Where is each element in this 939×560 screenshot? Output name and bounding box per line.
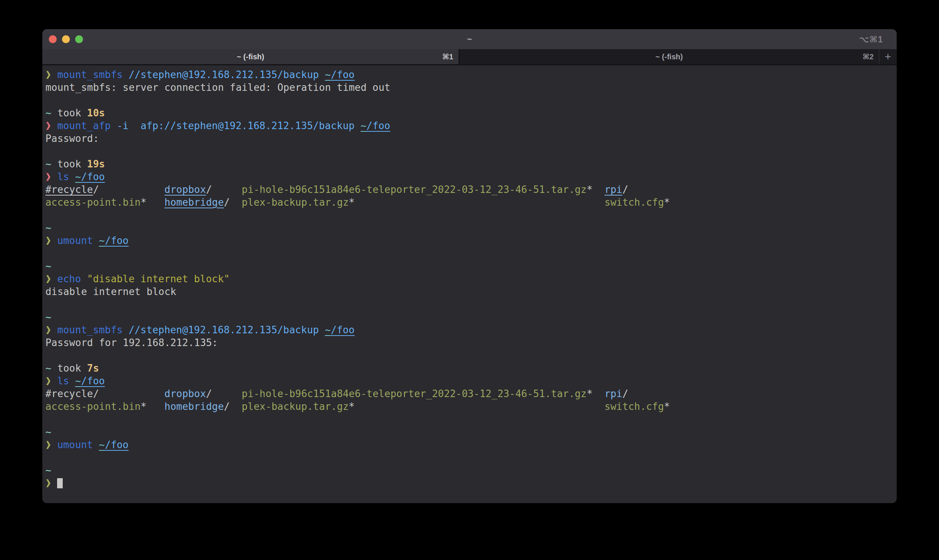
window-titlebar[interactable]: ~ ⌥⌘1 [42,29,897,49]
tab-1[interactable]: ~ (-fish) ⌘1 [42,49,459,64]
terminal-text: * [664,197,670,208]
terminal-line: ~ [45,311,897,323]
prompt-chevron-icon [46,237,50,245]
terminal-text [51,171,57,182]
prompt-chevron-icon [46,441,50,449]
terminal-cursor [57,478,63,488]
terminal-text: afp://stephen@192.168.212.135/backup [140,120,355,131]
terminal-text: / [224,401,230,412]
terminal-text: /foo [331,69,355,80]
terminal-line [45,209,897,222]
terminal-text [93,439,99,451]
terminal-text [93,235,99,246]
terminal-text: ~ [45,260,51,272]
terminal-text: / [206,388,212,399]
terminal-text: rpi [604,388,622,399]
terminal-text: / [93,388,99,399]
terminal-text [212,388,242,399]
terminal-line: Password: [45,132,897,145]
prompt-chevron-icon [46,71,50,79]
terminal-text [99,184,165,195]
terminal-text: * [140,197,146,208]
tab-2-shortcut: ⌘2 [862,52,874,61]
terminal-text: ~ [99,439,105,451]
terminal-text: ~ [75,375,81,386]
terminal-text [146,401,165,412]
terminal-text: ~ [325,324,331,335]
terminal-text: mount_afp [57,120,111,131]
terminal-text: /foo [367,120,390,131]
tab-1-shortcut: ⌘1 [442,52,453,61]
terminal-text [230,401,242,412]
terminal-text: switch.cfg [604,197,664,208]
terminal-text [355,197,604,208]
terminal-text: took [51,158,87,170]
terminal-text: ~ [325,69,331,80]
terminal-text [51,324,57,335]
terminal-line: mount_smbfs //stephen@192.168.212.135/ba… [45,68,897,81]
prompt-chevron-icon [46,479,50,487]
terminal-text: * [349,401,355,412]
window-shortcut-hint: ⌥⌘1 [859,34,883,44]
terminal-text: * [587,184,593,195]
terminal-text: #recycle [45,388,93,399]
terminal-line: echo "disable internet block" [45,272,897,285]
terminal-text: Password for 192.168.212.135: [45,337,218,348]
terminal-content[interactable]: mount_smbfs //stephen@192.168.212.135/ba… [42,65,897,503]
terminal-text [51,375,57,386]
terminal-text [123,324,129,335]
window-title: ~ [42,35,897,44]
terminal-line: ~ took 7s [45,362,897,375]
terminal-text: /foo [105,439,128,451]
terminal-text: ~ [45,222,51,234]
terminal-text [128,120,140,131]
terminal-text [99,388,165,399]
terminal-text: umount [57,235,93,246]
terminal-line: umount ~/foo [45,438,897,451]
terminal-text: dropbox [165,388,206,399]
terminal-text [51,69,57,80]
terminal-line: ls ~/foo [45,375,897,387]
terminal-text: * [587,388,593,399]
terminal-line: ~ took 10s [45,106,897,119]
prompt-chevron-icon [46,173,50,181]
terminal-text: mount_smbfs: server connection failed: O… [45,82,390,93]
terminal-text [355,401,604,412]
terminal-line: ~ [45,222,897,234]
terminal-text: //stephen@192.168.212.135/backup [128,324,319,335]
terminal-text: homebridge [165,401,224,412]
terminal-text: dropbox [165,184,206,195]
prompt-chevron-icon [46,122,50,130]
terminal-text [51,439,57,451]
terminal-text: -i [117,120,129,131]
new-tab-button[interactable]: + [879,49,897,64]
terminal-text: echo [57,273,81,285]
terminal-text: 19s [87,158,105,170]
terminal-line [45,451,897,464]
terminal-text: access-point.bin [45,401,140,412]
terminal-text [123,69,129,80]
terminal-line: ~ [45,464,897,477]
terminal-line: mount_smbfs: server connection failed: O… [45,81,897,94]
terminal-text: ~ [361,120,367,131]
terminal-text [81,273,87,285]
terminal-text [51,235,57,246]
terminal-text: umount [57,439,93,451]
terminal-text: Password: [45,133,99,144]
terminal-line [45,145,897,158]
terminal-text: #recycle [45,184,93,195]
terminal-text: / [206,184,212,195]
terminal-window: ~ ⌥⌘1 ~ (-fish) ⌘1 ~ (-fish) ⌘2 + mount_… [42,29,897,503]
terminal-line [45,413,897,426]
prompt-chevron-icon [46,377,50,385]
terminal-text: plex-backup.tar.gz [242,197,349,208]
terminal-text: pi-hole-b96c151a84e6-teleporter_2022-03-… [242,184,587,195]
terminal-text: ~ [45,426,51,438]
terminal-line: ~ [45,260,897,272]
terminal-text [111,120,117,131]
terminal-line: ~ [45,426,897,438]
terminal-text: switch.cfg [604,401,664,412]
tab-2[interactable]: ~ (-fish) ⌘2 [459,49,879,64]
terminal-line: mount_afp -i afp://stephen@192.168.212.1… [45,119,897,132]
terminal-text: * [664,401,670,412]
